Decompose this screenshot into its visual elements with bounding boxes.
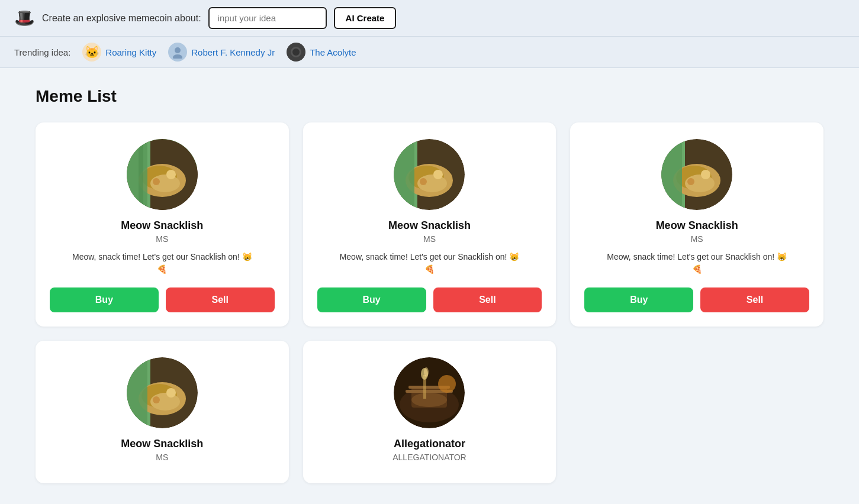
sell-button-1[interactable]: Sell [166,287,275,312]
header: 🎩 Create an explosive memecoin about: AI… [0,0,859,37]
svg-point-10 [166,170,176,179]
trending-item-rfk[interactable]: Robert F. Kennedy Jr [168,43,275,62]
card-desc-2: Meow, snack time! Let's get our Snacklis… [340,251,520,276]
svg-point-48 [411,393,447,407]
card-meow-snacklish-4: Meow Snacklish MS [36,341,289,483]
cards-grid-bottom: Meow Snacklish MS [36,341,823,483]
svg-point-1 [173,54,182,59]
trending-avatar-acolyte [287,43,305,62]
card-meow-snacklish-2: Meow Snacklish MS Meow, snack time! Let'… [303,122,556,327]
svg-rect-13 [139,139,143,210]
sell-button-2[interactable]: Sell [433,287,542,312]
header-label: Create an explosive memecoin about: [42,13,201,24]
snack-image-1 [127,139,198,210]
card-avatar-2 [394,139,465,210]
buy-button-2[interactable]: Buy [317,287,426,312]
svg-point-30 [687,178,694,185]
trending-item-roaring-kitty[interactable]: 🐱 Roaring Kitty [82,43,156,62]
card-desc-3: Meow, snack time! Let's get our Snacklis… [607,251,787,276]
card-avatar-1 [127,139,198,210]
svg-point-47 [438,375,456,393]
svg-rect-40 [127,357,147,428]
logo-icon: 🎩 [14,8,35,28]
card-ticker-4: MS [156,453,168,462]
card-desc-1: Meow, snack time! Let's get our Snacklis… [72,251,252,276]
card-allegationator: Allegationator ALLEGATIONATOR [303,341,556,483]
card-ticker-2: MS [423,234,436,244]
trending-text-rfk: Robert F. Kennedy Jr [191,47,275,57]
card-meow-snacklish-1: Meow Snacklish MS Meow, snack time! Let'… [36,122,289,327]
card-empty-slot [570,341,823,483]
ai-create-button[interactable]: AI Create [334,7,397,29]
card-buttons-1: Buy Sell [50,287,275,312]
svg-point-51 [424,367,429,377]
section-title: Meme List [36,87,823,106]
trending-label: Trending idea: [14,47,70,57]
card-ticker-1: MS [156,234,168,244]
trending-avatar-rfk [168,43,187,62]
card-meow-snacklish-3: Meow Snacklish MS Meow, snack time! Let'… [570,122,823,327]
buy-button-3[interactable]: Buy [584,287,693,312]
card-avatar-3 [661,139,732,210]
svg-point-21 [420,178,427,185]
card-avatar-4 [127,357,198,428]
card-avatar-alleg [394,357,465,428]
svg-point-3 [292,49,300,56]
card-name-4: Meow Snacklish [121,438,203,450]
card-ticker-3: MS [691,234,703,244]
trending-bar: Trending idea: 🐱 Roaring Kitty Robert F.… [0,37,859,68]
svg-point-29 [701,170,710,179]
buy-button-1[interactable]: Buy [50,287,159,312]
trending-item-acolyte[interactable]: The Acolyte [287,43,356,62]
svg-rect-31 [661,139,682,210]
svg-point-20 [433,170,443,179]
card-name-1: Meow Snacklish [121,219,203,232]
card-buttons-3: Buy Sell [584,287,809,312]
svg-rect-22 [394,139,414,210]
svg-point-38 [166,388,176,398]
sell-button-3[interactable]: Sell [700,287,809,312]
card-name-3: Meow Snacklish [656,219,738,232]
svg-point-39 [153,396,160,403]
card-name-2: Meow Snacklish [388,219,471,232]
cards-grid-top: Meow Snacklish MS Meow, snack time! Let'… [36,122,823,327]
card-ticker-alleg: ALLEGATIONATOR [392,453,466,462]
trending-avatar-cat: 🐱 [82,43,101,62]
main-content: Meme List [0,68,859,502]
card-name-alleg: Allegationator [394,438,465,450]
idea-input[interactable] [208,7,327,29]
trending-text-roaring-kitty: Roaring Kitty [105,47,156,57]
card-buttons-2: Buy Sell [317,287,542,312]
trending-text-acolyte: The Acolyte [310,47,356,57]
svg-point-11 [153,178,160,185]
svg-point-0 [175,47,181,53]
